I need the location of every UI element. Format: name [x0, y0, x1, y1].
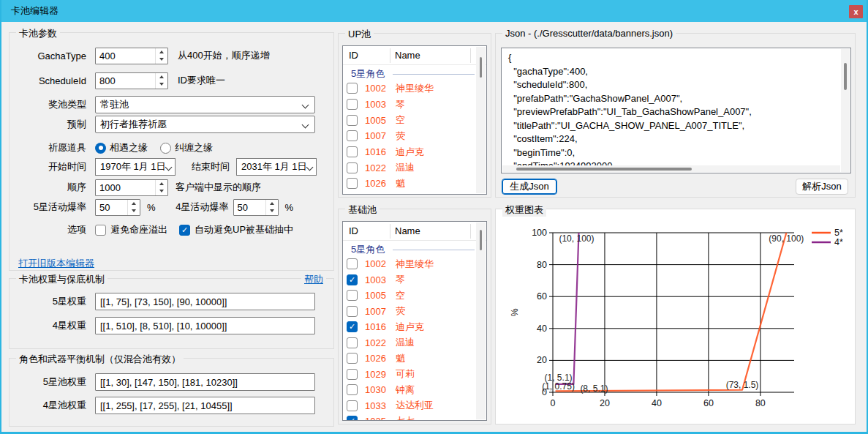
list-item[interactable]: 1003琴 — [343, 272, 486, 288]
row-checkbox[interactable] — [347, 274, 358, 285]
row-checkbox[interactable] — [347, 162, 358, 173]
spin-down-icon[interactable] — [132, 209, 136, 212]
vertical-scrollbar[interactable] — [476, 222, 486, 419]
list-item[interactable]: 1026魈 — [343, 176, 486, 192]
horizontal-scrollbar[interactable] — [502, 165, 840, 172]
row-id: 1005 — [365, 290, 386, 301]
spin-down-icon[interactable] — [159, 83, 164, 86]
pool-weight4-input[interactable]: [[1, 255], [17, 255], [21, 10455]] — [95, 397, 315, 414]
checkbox-auto-avoid-up[interactable] — [179, 225, 190, 236]
rate5-input[interactable]: 50 — [95, 199, 140, 216]
scrollbar-thumb[interactable] — [516, 168, 692, 171]
list-item[interactable]: 1029可莉 — [343, 367, 486, 383]
row-checkbox[interactable] — [347, 130, 358, 141]
row-checkbox[interactable] — [347, 306, 358, 317]
spin-up-icon[interactable] — [270, 202, 274, 205]
checkbox-avoid-constellation-overflow[interactable] — [95, 225, 106, 236]
list-item[interactable]: 1005空 — [343, 112, 486, 128]
row-checkbox[interactable] — [347, 321, 358, 332]
json-editor[interactable]: { "gachaType":400, "scheduleId":800, "pr… — [501, 48, 851, 173]
svg-text:(90, 100): (90, 100) — [769, 233, 804, 244]
row-checkbox[interactable] — [347, 400, 358, 411]
vertical-scrollbar[interactable] — [841, 49, 850, 172]
row-checkbox[interactable] — [347, 115, 358, 126]
open-legacy-editor-link[interactable]: 打开旧版本编辑器 — [18, 257, 94, 270]
list-item[interactable]: 1007荧 — [343, 304, 486, 320]
generate-json-button[interactable]: 生成Json — [502, 179, 557, 195]
list-item[interactable]: 1035七七 — [343, 414, 486, 421]
scheduleid-spinner[interactable] — [155, 73, 167, 89]
list-item[interactable]: 1002神里绫华 — [343, 256, 486, 272]
vertical-scrollbar[interactable] — [476, 47, 486, 193]
gachatype-spinner[interactable] — [155, 48, 167, 64]
row-checkbox[interactable] — [347, 369, 358, 380]
up-pool-list[interactable]: ID Name 5星角色 1002神里绫华1003琴1005空1007荧1016… — [342, 45, 487, 195]
order-spinner[interactable] — [155, 180, 167, 195]
list-item[interactable]: 1030钟离 — [343, 382, 486, 398]
weight5-input[interactable]: [[1, 75], [73, 150], [90, 10000]] — [95, 293, 315, 310]
row-checkbox[interactable] — [347, 83, 358, 94]
row-checkbox[interactable] — [347, 146, 358, 157]
close-button[interactable]: x — [849, 5, 863, 18]
group-title: 角色和武器平衡机制（仅混合池有效） — [16, 353, 184, 366]
spin-down-icon[interactable] — [159, 190, 164, 192]
spin-down-icon[interactable] — [270, 209, 274, 212]
row-checkbox[interactable] — [347, 290, 358, 301]
json-group: Json - (./Gresscutter/data/banners.json)… — [495, 33, 856, 198]
spin-up-icon[interactable] — [159, 50, 164, 53]
begin-time-label: 开始时间 — [15, 160, 86, 173]
row-checkbox[interactable] — [347, 258, 358, 269]
spin-up-icon[interactable] — [132, 202, 136, 205]
spin-up-icon[interactable] — [159, 75, 164, 78]
json-text[interactable]: { "gachaType":400, "scheduleId":800, "pr… — [502, 48, 850, 173]
list-item[interactable]: 1033达达利亚 — [343, 398, 486, 414]
title-bar: 卡池编辑器 x — [1, 0, 867, 22]
weight4-label: 4星权重 — [15, 319, 86, 332]
scrollbar-thumb[interactable] — [480, 57, 482, 78]
radio-intertwined-fate[interactable] — [160, 143, 171, 154]
end-time-picker[interactable]: 2031年 1月 1日 — [236, 158, 317, 176]
rate4-input[interactable]: 50 — [233, 199, 279, 216]
row-checkbox[interactable] — [347, 384, 358, 395]
list-item[interactable]: 1005空 — [343, 288, 486, 304]
row-name: 迪卢克 — [396, 321, 424, 334]
weight4-input[interactable]: [[1, 510], [8, 510], [10, 10000]] — [95, 317, 315, 334]
row-checkbox[interactable] — [347, 178, 358, 189]
row-name: 荧 — [396, 304, 405, 318]
order-input[interactable]: 1000 — [95, 179, 168, 196]
row-checkbox[interactable] — [347, 337, 358, 348]
radio-acquaint-fate[interactable] — [95, 143, 106, 154]
row-id: 1007 — [365, 130, 386, 141]
help-link[interactable]: 帮助 — [301, 273, 326, 286]
spin-up-icon[interactable] — [159, 182, 164, 185]
parse-json-button[interactable]: 解析Json — [796, 179, 848, 195]
list-item[interactable]: 1007荧 — [343, 128, 486, 144]
list-item[interactable]: 1016迪卢克 — [343, 319, 486, 335]
scrollbar-thumb[interactable] — [480, 230, 482, 250]
svg-text:5*: 5* — [834, 228, 843, 238]
chevron-down-icon — [306, 164, 314, 171]
list-item[interactable]: 1002神里绫华 — [343, 81, 486, 97]
list-item[interactable]: 1016迪卢克 — [343, 144, 486, 160]
list-item[interactable]: 1003琴 — [343, 97, 486, 113]
scrollbar-thumb[interactable] — [844, 63, 847, 90]
rate4-spinner[interactable] — [265, 200, 278, 215]
base-pool-list[interactable]: ID Name 5星角色 1002神里绫华1003琴1005空1007荧1016… — [342, 221, 487, 421]
row-checkbox[interactable] — [347, 416, 358, 421]
list-item[interactable]: 1022温迪 — [343, 160, 486, 176]
pool-weight5-input[interactable]: [[1, 30], [147, 150], [181, 10230]] — [95, 373, 315, 391]
gachatype-input[interactable]: 400 — [95, 48, 168, 64]
svg-text:(73, 1.5): (73, 1.5) — [726, 380, 759, 390]
row-checkbox[interactable] — [347, 99, 358, 110]
svg-text:40: 40 — [537, 323, 547, 334]
prefab-select[interactable]: 初行者推荐祈愿 — [95, 116, 315, 133]
row-id: 1007 — [365, 306, 386, 317]
list-item[interactable]: 1022温迪 — [343, 335, 486, 351]
pool-type-select[interactable]: 常驻池 — [95, 96, 315, 113]
begin-time-picker[interactable]: 1970年 1月 1日 — [95, 158, 176, 176]
row-checkbox[interactable] — [347, 353, 358, 364]
scheduleid-input[interactable]: 800 — [95, 72, 168, 89]
rate5-spinner[interactable] — [127, 200, 140, 215]
list-item[interactable]: 1026魈 — [343, 351, 486, 367]
spin-down-icon[interactable] — [159, 58, 164, 61]
